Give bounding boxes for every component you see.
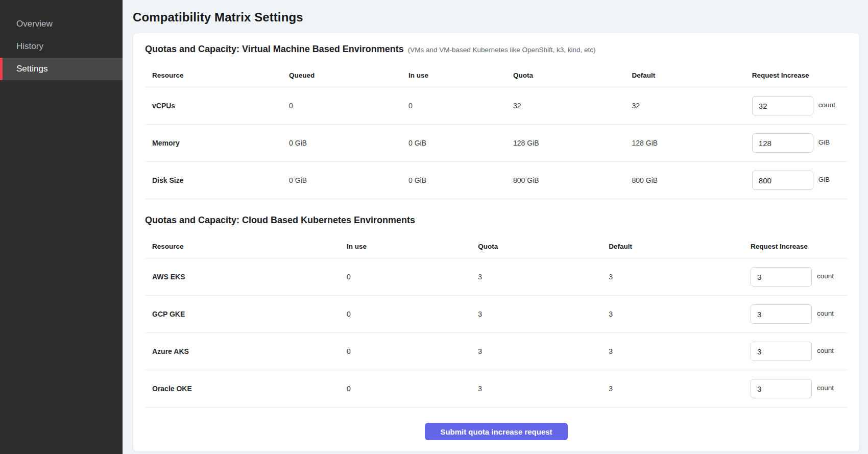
- col-header-quota: Quota: [478, 243, 609, 250]
- aws-eks-request-increase-input[interactable]: [751, 267, 812, 286]
- sidebar-item-settings-label: Settings: [16, 64, 47, 74]
- settings-card: Quotas and Capacity: Virtual Machine Bas…: [133, 33, 860, 452]
- col-header-request-increase: Request Increase: [751, 243, 848, 250]
- memory-request-increase-input[interactable]: [752, 133, 813, 153]
- table-row-memory: Memory 0 GiB 0 GiB 128 GiB 128 GiB GiB: [145, 125, 848, 162]
- cell-quota: 3: [478, 347, 609, 355]
- azure-aks-request-increase-input[interactable]: [751, 342, 812, 361]
- sidebar-item-history-label: History: [16, 41, 43, 52]
- cell-default: 32: [632, 102, 752, 110]
- unit-label: count: [817, 347, 834, 354]
- sidebar-item-history[interactable]: History: [0, 35, 123, 58]
- cell-default: 3: [609, 385, 751, 393]
- col-header-default: Default: [609, 243, 751, 250]
- cell-request-increase: count: [751, 342, 848, 361]
- sidebar-item-settings[interactable]: Settings: [0, 58, 123, 80]
- sidebar-item-overview-label: Overview: [16, 19, 53, 29]
- cell-quota: 3: [478, 385, 609, 393]
- cell-default: 3: [609, 347, 751, 355]
- cell-default: 3: [609, 310, 751, 318]
- unit-label: GiB: [818, 138, 830, 146]
- cell-request-increase: count: [751, 267, 848, 286]
- submit-button-row: Submit quota increase request: [145, 423, 848, 443]
- cell-queued: 0: [289, 102, 408, 110]
- col-header-in-use: In use: [408, 71, 513, 79]
- col-header-quota: Quota: [513, 71, 632, 79]
- cell-quota: 3: [478, 310, 609, 318]
- table-row-azure-aks: Azure AKS 0 3 3 count: [145, 333, 848, 370]
- vm-table-header: Resource Queued In use Quota Default Req…: [145, 64, 848, 87]
- main-content: Compatibility Matrix Settings Quotas and…: [123, 0, 868, 454]
- vm-section-title: Quotas and Capacity: Virtual Machine Bas…: [145, 43, 404, 55]
- cloud-section-header: Quotas and Capacity: Cloud Based Kuberne…: [145, 214, 848, 226]
- app-window: Overview History Settings Compatibility …: [0, 0, 868, 454]
- cell-default: 3: [609, 273, 751, 281]
- resource-name: Memory: [145, 139, 289, 147]
- cell-quota: 32: [513, 102, 632, 110]
- cell-request-increase: GiB: [752, 171, 848, 190]
- submit-quota-increase-button[interactable]: Submit quota increase request: [425, 423, 568, 440]
- table-row-disk-size: Disk Size 0 GiB 0 GiB 800 GiB 800 GiB Gi…: [145, 162, 848, 199]
- page-title: Compatibility Matrix Settings: [133, 10, 860, 25]
- unit-label: count: [818, 101, 835, 109]
- cell-default: 128 GiB: [632, 139, 752, 147]
- table-row-vcpus: vCPUs 0 0 32 32 count: [145, 87, 848, 125]
- vcpus-request-increase-input[interactable]: [752, 96, 813, 115]
- table-row-aws-eks: AWS EKS 0 3 3 count: [145, 258, 848, 296]
- col-header-resource: Resource: [145, 243, 347, 250]
- resource-name: GCP GKE: [145, 310, 347, 318]
- cell-queued: 0 GiB: [289, 176, 408, 184]
- resource-name: Azure AKS: [145, 347, 347, 355]
- cloud-section-title: Quotas and Capacity: Cloud Based Kuberne…: [145, 214, 415, 226]
- gcp-gke-request-increase-input[interactable]: [751, 304, 812, 324]
- col-header-in-use: In use: [347, 243, 478, 250]
- unit-label: count: [817, 309, 834, 317]
- table-row-oracle-oke: Oracle OKE 0 3 3 count: [145, 370, 848, 408]
- resource-name: Disk Size: [145, 176, 289, 184]
- cell-quota: 3: [478, 273, 609, 281]
- cloud-table-header: Resource In use Quota Default Request In…: [145, 235, 848, 258]
- cell-in-use: 0: [347, 273, 478, 281]
- active-accent-bar: [0, 58, 3, 80]
- cell-default: 800 GiB: [632, 176, 752, 184]
- cell-in-use: 0: [347, 310, 478, 318]
- cell-request-increase: count: [751, 304, 848, 324]
- col-header-resource: Resource: [145, 71, 289, 79]
- cell-request-increase: GiB: [752, 133, 848, 153]
- cell-quota: 800 GiB: [513, 176, 632, 184]
- disk-size-request-increase-input[interactable]: [752, 171, 813, 190]
- col-header-request-increase: Request Increase: [752, 71, 848, 79]
- oracle-oke-request-increase-input[interactable]: [751, 379, 812, 398]
- col-header-default: Default: [632, 71, 752, 79]
- cell-in-use: 0: [347, 347, 478, 355]
- resource-name: AWS EKS: [145, 273, 347, 281]
- vm-section-note: (VMs and VM-based Kubernetes like OpenSh…: [408, 46, 596, 54]
- cell-request-increase: count: [752, 96, 848, 115]
- vm-section-header: Quotas and Capacity: Virtual Machine Bas…: [145, 43, 848, 55]
- cell-queued: 0 GiB: [289, 139, 408, 147]
- sidebar-item-overview[interactable]: Overview: [0, 13, 123, 35]
- resource-name: Oracle OKE: [145, 385, 347, 393]
- resource-name: vCPUs: [145, 102, 289, 110]
- unit-label: count: [817, 384, 834, 392]
- cell-request-increase: count: [751, 379, 848, 398]
- sidebar: Overview History Settings: [0, 0, 123, 454]
- table-row-gcp-gke: GCP GKE 0 3 3 count: [145, 296, 848, 333]
- unit-label: count: [817, 272, 834, 280]
- unit-label: GiB: [818, 176, 830, 183]
- cell-quota: 128 GiB: [513, 139, 632, 147]
- cell-in-use: 0 GiB: [408, 176, 513, 184]
- col-header-queued: Queued: [289, 71, 408, 79]
- cell-in-use: 0: [408, 102, 513, 110]
- cell-in-use: 0: [347, 385, 478, 393]
- cell-in-use: 0 GiB: [408, 139, 513, 147]
